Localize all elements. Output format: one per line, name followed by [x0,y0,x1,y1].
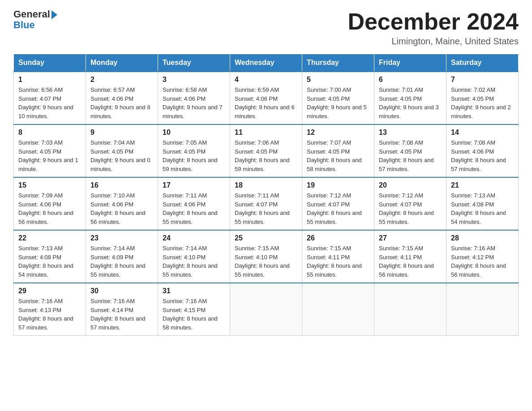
day-info: Sunrise: 6:57 AMSunset: 4:06 PMDaylight:… [90,86,153,120]
day-cell: 1Sunrise: 6:56 AMSunset: 4:07 PMDaylight… [14,72,86,124]
day-number: 3 [163,76,225,84]
day-number: 26 [307,234,369,242]
day-number: 11 [235,128,297,137]
day-info: Sunrise: 6:56 AMSunset: 4:07 PMDaylight:… [18,86,81,120]
day-number: 8 [18,128,81,137]
day-cell: 4Sunrise: 6:59 AMSunset: 4:06 PMDaylight… [230,72,302,124]
day-cell: 5Sunrise: 7:00 AMSunset: 4:05 PMDaylight… [302,72,374,124]
day-cell: 27Sunrise: 7:15 AMSunset: 4:11 PMDayligh… [374,230,446,283]
day-cell: 12Sunrise: 7:07 AMSunset: 4:05 PMDayligh… [302,124,374,177]
logo-general: General [13,9,50,20]
day-cell: 18Sunrise: 7:11 AMSunset: 4:07 PMDayligh… [230,177,302,230]
day-info: Sunrise: 7:07 AMSunset: 4:05 PMDaylight:… [307,138,369,173]
day-info: Sunrise: 7:15 AMSunset: 4:11 PMDaylight:… [379,244,442,279]
day-cell: 11Sunrise: 7:06 AMSunset: 4:05 PMDayligh… [230,124,302,177]
day-info: Sunrise: 6:59 AMSunset: 4:06 PMDaylight:… [235,86,297,120]
week-row-1: 1Sunrise: 6:56 AMSunset: 4:07 PMDaylight… [14,72,519,124]
day-number: 29 [18,287,81,295]
day-info: Sunrise: 7:04 AMSunset: 4:05 PMDaylight:… [90,138,153,173]
week-row-4: 22Sunrise: 7:13 AMSunset: 4:08 PMDayligh… [14,230,519,283]
day-info: Sunrise: 7:08 AMSunset: 4:05 PMDaylight:… [379,138,442,173]
day-cell: 21Sunrise: 7:13 AMSunset: 4:08 PMDayligh… [446,177,519,230]
week-row-5: 29Sunrise: 7:16 AMSunset: 4:13 PMDayligh… [14,283,519,336]
header-row: SundayMondayTuesdayWednesdayThursdayFrid… [14,54,519,72]
title-section: December 2024 Limington, Maine, United S… [348,9,519,47]
day-cell: 25Sunrise: 7:15 AMSunset: 4:10 PMDayligh… [230,230,302,283]
day-number: 16 [90,181,153,189]
day-number: 4 [235,76,297,84]
day-info: Sunrise: 6:58 AMSunset: 4:06 PMDaylight:… [163,86,225,120]
day-cell: 8Sunrise: 7:03 AMSunset: 4:05 PMDaylight… [14,124,86,177]
day-number: 6 [379,76,442,84]
calendar-header: SundayMondayTuesdayWednesdayThursdayFrid… [14,54,519,72]
header-saturday: Saturday [446,54,519,72]
day-number: 30 [90,287,153,295]
day-cell: 31Sunrise: 7:16 AMSunset: 4:15 PMDayligh… [158,283,230,336]
calendar-table: SundayMondayTuesdayWednesdayThursdayFrid… [13,54,519,336]
day-number: 12 [307,128,369,137]
day-cell: 29Sunrise: 7:16 AMSunset: 4:13 PMDayligh… [14,283,86,336]
day-cell: 17Sunrise: 7:11 AMSunset: 4:06 PMDayligh… [158,177,230,230]
day-number: 9 [90,128,153,137]
header-sunday: Sunday [14,54,86,72]
day-number: 14 [451,128,514,137]
day-number: 18 [235,181,297,189]
header-friday: Friday [374,54,446,72]
day-cell [446,283,519,336]
week-row-2: 8Sunrise: 7:03 AMSunset: 4:05 PMDaylight… [14,124,519,177]
day-cell: 26Sunrise: 7:15 AMSunset: 4:11 PMDayligh… [302,230,374,283]
day-info: Sunrise: 7:12 AMSunset: 4:07 PMDaylight:… [307,191,369,226]
day-number: 1 [18,76,81,84]
day-number: 31 [163,287,225,295]
day-number: 19 [307,181,369,189]
day-number: 23 [90,234,153,242]
location: Limington, Maine, United States [348,36,519,47]
day-info: Sunrise: 7:08 AMSunset: 4:06 PMDaylight:… [451,138,514,173]
day-number: 28 [451,234,514,242]
day-info: Sunrise: 7:09 AMSunset: 4:06 PMDaylight:… [18,191,81,226]
day-info: Sunrise: 7:11 AMSunset: 4:06 PMDaylight:… [163,191,225,226]
day-cell: 16Sunrise: 7:10 AMSunset: 4:06 PMDayligh… [86,177,158,230]
day-cell: 13Sunrise: 7:08 AMSunset: 4:05 PMDayligh… [374,124,446,177]
header-tuesday: Tuesday [158,54,230,72]
day-cell: 14Sunrise: 7:08 AMSunset: 4:06 PMDayligh… [446,124,519,177]
day-info: Sunrise: 7:14 AMSunset: 4:09 PMDaylight:… [90,244,153,279]
calendar-body: 1Sunrise: 6:56 AMSunset: 4:07 PMDaylight… [14,72,519,336]
day-number: 21 [451,181,514,189]
header-monday: Monday [86,54,158,72]
day-info: Sunrise: 7:03 AMSunset: 4:05 PMDaylight:… [18,138,81,173]
day-cell [230,283,302,336]
day-cell: 28Sunrise: 7:16 AMSunset: 4:12 PMDayligh… [446,230,519,283]
logo-blue: Blue [13,20,35,30]
day-info: Sunrise: 7:10 AMSunset: 4:06 PMDaylight:… [90,191,153,226]
day-info: Sunrise: 7:02 AMSunset: 4:05 PMDaylight:… [451,86,514,120]
day-info: Sunrise: 7:13 AMSunset: 4:08 PMDaylight:… [18,244,81,279]
day-info: Sunrise: 7:16 AMSunset: 4:15 PMDaylight:… [163,297,225,332]
month-title: December 2024 [348,9,519,34]
day-info: Sunrise: 7:06 AMSunset: 4:05 PMDaylight:… [235,138,297,173]
day-info: Sunrise: 7:16 AMSunset: 4:12 PMDaylight:… [451,244,514,279]
day-cell: 19Sunrise: 7:12 AMSunset: 4:07 PMDayligh… [302,177,374,230]
day-info: Sunrise: 7:11 AMSunset: 4:07 PMDaylight:… [235,191,297,226]
day-number: 17 [163,181,225,189]
day-info: Sunrise: 7:05 AMSunset: 4:05 PMDaylight:… [163,138,225,173]
day-cell: 24Sunrise: 7:14 AMSunset: 4:10 PMDayligh… [158,230,230,283]
day-info: Sunrise: 7:12 AMSunset: 4:07 PMDaylight:… [379,191,442,226]
day-info: Sunrise: 7:16 AMSunset: 4:13 PMDaylight:… [18,297,81,332]
day-number: 20 [379,181,442,189]
day-info: Sunrise: 7:14 AMSunset: 4:10 PMDaylight:… [163,244,225,279]
day-cell: 22Sunrise: 7:13 AMSunset: 4:08 PMDayligh… [14,230,86,283]
day-cell: 20Sunrise: 7:12 AMSunset: 4:07 PMDayligh… [374,177,446,230]
page-header: General Blue December 2024 Limington, Ma… [13,9,519,47]
day-info: Sunrise: 7:15 AMSunset: 4:10 PMDaylight:… [235,244,297,279]
day-number: 22 [18,234,81,242]
day-number: 5 [307,76,369,84]
day-cell: 9Sunrise: 7:04 AMSunset: 4:05 PMDaylight… [86,124,158,177]
day-number: 2 [90,76,153,84]
day-number: 27 [379,234,442,242]
day-cell [374,283,446,336]
day-cell: 3Sunrise: 6:58 AMSunset: 4:06 PMDaylight… [158,72,230,124]
day-number: 13 [379,128,442,137]
day-cell: 30Sunrise: 7:16 AMSunset: 4:14 PMDayligh… [86,283,158,336]
day-info: Sunrise: 7:01 AMSunset: 4:05 PMDaylight:… [379,86,442,120]
